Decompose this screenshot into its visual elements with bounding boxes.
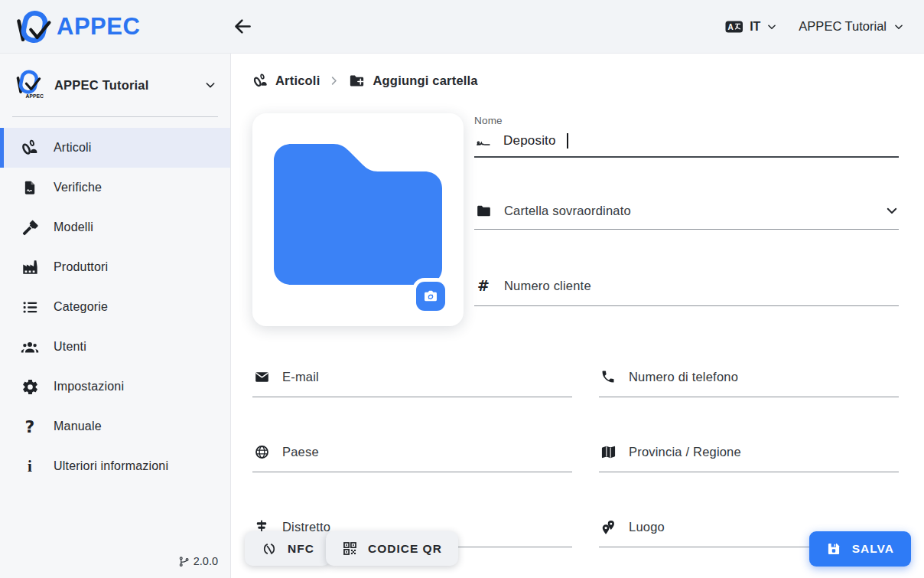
phone-icon [599, 367, 617, 386]
hammer-icon [21, 218, 39, 237]
git-branch-icon [178, 556, 190, 567]
factory-icon [21, 258, 39, 276]
hash-icon: # [474, 276, 493, 295]
nome-input[interactable]: Deposito [474, 132, 899, 158]
app-logo: APPEC [0, 9, 220, 44]
chevron-right-icon [328, 75, 340, 87]
salva-button[interactable]: SALVA [809, 531, 911, 567]
account-selector[interactable]: APPEC Tutorial [799, 19, 904, 34]
email-label: E-mail [282, 370, 319, 384]
sidebar-item-label: Modelli [54, 220, 93, 234]
field-cartella-sovraordinato[interactable]: Cartella sovraordinato [474, 201, 899, 230]
workspace-name: APPEC Tutorial [54, 78, 194, 93]
field-email[interactable]: E-mail [252, 365, 572, 397]
folder-image [266, 138, 450, 291]
sidebar-divider [12, 116, 218, 117]
nome-input-value: Deposito [503, 133, 556, 149]
folder-image-card [252, 113, 464, 326]
sidebar-item-label: Utenti [54, 340, 86, 354]
topbar: APPEC A IT APPEC Tutorial [0, 0, 924, 54]
camera-refresh-icon [422, 288, 439, 305]
field-provincia[interactable]: Provincia / Regione [599, 440, 899, 472]
gear-icon [21, 377, 39, 396]
workspace-selector[interactable]: APPEC APPEC Tutorial [0, 60, 230, 110]
breadcrumb-root-label: Articoli [275, 73, 320, 88]
account-name: APPEC Tutorial [799, 19, 887, 34]
globe-icon [252, 442, 271, 461]
field-telefono[interactable]: Numero di telefono [599, 365, 899, 397]
map-icon [599, 442, 617, 461]
sidebar-item-label: Articoli [54, 141, 92, 155]
salva-button-label: SALVA [852, 542, 894, 556]
version-number: 2.0.0 [194, 555, 218, 567]
save-icon [826, 541, 841, 557]
sidebar-item-label: Manuale [54, 420, 102, 433]
telefono-label: Numero di telefono [629, 370, 738, 384]
question-icon: ? [21, 417, 39, 436]
main-content: Articoli Aggiungi cartella N [231, 54, 924, 578]
sidebar-item-articoli[interactable]: Articoli [0, 128, 230, 168]
language-code: IT [750, 20, 760, 34]
sidebar-item-utenti[interactable]: Utenti [0, 327, 230, 367]
users-icon [21, 338, 39, 356]
map-markers-icon [599, 518, 617, 536]
carabiner-gear-icon [21, 139, 39, 157]
app-logo-text: APPEC [57, 13, 140, 41]
sidebar-item-impostazioni[interactable]: Impostazioni [0, 367, 230, 407]
sidebar-item-label: Impostazioni [54, 380, 124, 393]
field-nome: Nome Deposito [474, 115, 899, 158]
appec-logo-mark-icon [14, 9, 54, 44]
qr-code-icon [342, 540, 358, 557]
field-numero-cliente[interactable]: # Numero cliente [474, 276, 899, 306]
numero-cliente-label: Numero cliente [504, 279, 591, 293]
sidebar: APPEC APPEC Tutorial Articoli Verifiche [0, 54, 231, 578]
chevron-down-icon [893, 21, 904, 32]
sidebar-item-manuale[interactable]: ? Manuale [0, 407, 230, 446]
nfc-icon [261, 540, 278, 557]
sidebar-item-categorie[interactable]: Categorie [0, 287, 230, 327]
field-paese[interactable]: Paese [252, 440, 572, 472]
back-button[interactable] [229, 13, 256, 40]
codice-qr-button[interactable]: CODICE QR [326, 531, 458, 566]
sidebar-item-label: Ulteriori informazioni [54, 459, 168, 473]
chevron-down-icon [766, 21, 777, 32]
text-caret [567, 133, 568, 149]
paese-label: Paese [282, 445, 319, 459]
cartella-sovraordinato-label: Cartella sovraordinato [504, 204, 631, 218]
chevron-down-icon [204, 79, 216, 91]
sidebar-item-label: Produttori [54, 260, 108, 274]
envelope-icon [252, 367, 271, 386]
codice-qr-button-label: CODICE QR [368, 542, 442, 556]
language-selector[interactable]: A IT [725, 20, 777, 34]
luogo-label: Luogo [629, 520, 665, 534]
change-image-button[interactable] [416, 282, 445, 311]
sidebar-item-produttori[interactable]: Produttori [0, 247, 230, 287]
provincia-label: Provincia / Regione [629, 445, 741, 459]
list-icon [21, 298, 39, 316]
svg-text:APPEC: APPEC [26, 93, 44, 99]
breadcrumb: Articoli Aggiungi cartella [252, 72, 478, 90]
info-icon: i [21, 457, 39, 475]
nfc-button-label: NFC [288, 542, 314, 556]
field-nome-label: Nome [474, 115, 899, 126]
translate-icon: A [725, 20, 743, 34]
nfc-button[interactable]: NFC [245, 531, 330, 566]
app-version: 2.0.0 [178, 555, 218, 567]
sidebar-item-label: Categorie [54, 300, 108, 314]
signature-icon [474, 132, 493, 150]
document-signature-icon [21, 178, 39, 197]
breadcrumb-current: Aggiungi cartella [348, 72, 477, 90]
chevron-down-icon [885, 204, 899, 217]
folder-icon [474, 201, 493, 220]
sidebar-item-verifiche[interactable]: Verifiche [0, 168, 230, 207]
sidebar-item-label: Verifiche [54, 181, 102, 194]
topbar-right: A IT APPEC Tutorial [725, 19, 924, 34]
breadcrumb-articoli[interactable]: Articoli [252, 73, 320, 89]
appec-logo-small-icon: APPEC [14, 69, 44, 101]
folder-plus-icon [348, 72, 366, 90]
arrow-left-icon [233, 16, 253, 37]
sidebar-item-ulteriori-informazioni[interactable]: i Ulteriori informazioni [0, 446, 230, 486]
carabiner-gear-icon [252, 73, 268, 89]
svg-text:A: A [728, 23, 734, 31]
sidebar-item-modelli[interactable]: Modelli [0, 207, 230, 247]
